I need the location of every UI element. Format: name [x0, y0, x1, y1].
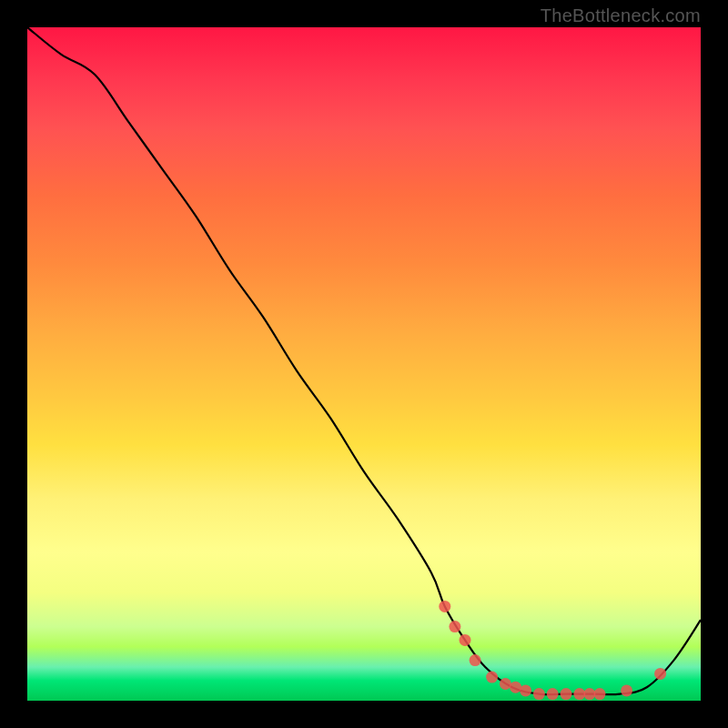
data-point: [547, 688, 559, 700]
data-point: [594, 688, 606, 700]
data-point: [621, 684, 632, 696]
watermark-text: TheBottleneck.com: [541, 5, 701, 26]
data-point: [533, 688, 545, 700]
data-point: [449, 621, 460, 632]
data-point: [583, 688, 595, 700]
data-point: [460, 634, 471, 646]
data-point: [654, 668, 666, 680]
line-chart-svg: [27, 27, 701, 701]
data-point: [500, 678, 511, 690]
data-point: [470, 654, 481, 666]
data-point: [510, 682, 521, 693]
chart-container: TheBottleneck.com: [0, 0, 728, 728]
data-point: [439, 601, 450, 612]
bottleneck-curve: [27, 27, 701, 694]
plot-area: [27, 27, 701, 701]
data-point: [573, 688, 585, 700]
data-point: [520, 684, 531, 696]
data-points: [439, 601, 666, 700]
data-point: [561, 688, 572, 700]
data-point: [486, 672, 498, 683]
